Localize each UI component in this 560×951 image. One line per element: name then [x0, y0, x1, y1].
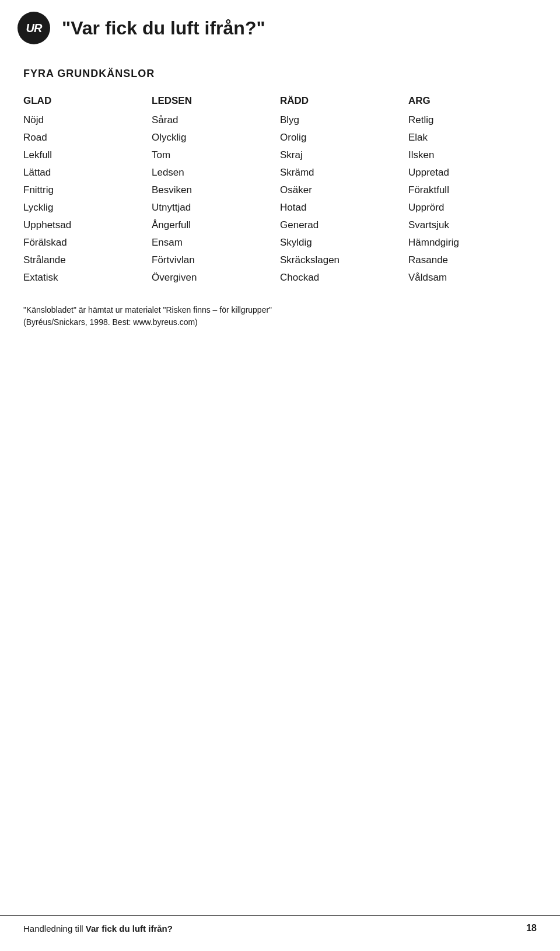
table-cell: Blyg — [280, 111, 408, 129]
page-header: UR "Var fick du luft ifrån?" — [0, 0, 560, 50]
table-cell: Föraktfull — [408, 181, 537, 199]
page-number: 18 — [526, 923, 537, 933]
table-cell: Generad — [280, 216, 408, 234]
table-cell: Osäker — [280, 181, 408, 199]
table-cell: Upprörd — [408, 199, 537, 216]
col-header-ledsen: LEDSEN — [152, 92, 280, 111]
table-cell: Skrämd — [280, 164, 408, 181]
table-cell: Olycklig — [152, 129, 280, 146]
table-row: FnittrigBesvikenOsäkerFöraktfull — [23, 181, 537, 199]
table-cell: Våldsam — [408, 269, 537, 286]
table-cell: Retlig — [408, 111, 537, 129]
table-cell: Road — [23, 129, 152, 146]
table-cell: Utnyttjad — [152, 199, 280, 216]
table-cell: Chockad — [280, 269, 408, 286]
table-cell: Fnittrig — [23, 181, 152, 199]
table-row: ExtatiskÖvergivenChockadVåldsam — [23, 269, 537, 286]
col-header-radd: RÄDD — [280, 92, 408, 111]
table-cell: Skyldig — [280, 234, 408, 251]
table-cell: Strålande — [23, 251, 152, 269]
table-cell: Skräckslagen — [280, 251, 408, 269]
table-cell: Ilsken — [408, 146, 537, 164]
table-row: StrålandeFörtvivlanSkräckslagenRasande — [23, 251, 537, 269]
table-cell: Övergiven — [152, 269, 280, 286]
table-cell: Orolig — [280, 129, 408, 146]
footer-text: Handledning till Var fick du luft ifrån? — [23, 924, 173, 933]
table-cell: Ensam — [152, 234, 280, 251]
table-cell: Uppretad — [408, 164, 537, 181]
table-header-row: GLAD LEDSEN RÄDD ARG — [23, 92, 537, 111]
col-header-arg: ARG — [408, 92, 537, 111]
table-cell: Ångerfull — [152, 216, 280, 234]
table-cell: Hämndgirig — [408, 234, 537, 251]
table-cell: Elak — [408, 129, 537, 146]
table-row: FörälskadEnsamSkyldigHämndgirig — [23, 234, 537, 251]
table-cell: Skraj — [280, 146, 408, 164]
table-row: LättadLedsenSkrämdUppretad — [23, 164, 537, 181]
table-cell: Extatisk — [23, 269, 152, 286]
table-row: LyckligUtnyttjadHotadUpprörd — [23, 199, 537, 216]
table-cell: Hotad — [280, 199, 408, 216]
table-cell: Svartsjuk — [408, 216, 537, 234]
table-cell: Förälskad — [23, 234, 152, 251]
table-row: LekfullTomSkrajIlsken — [23, 146, 537, 164]
table-cell: Lättad — [23, 164, 152, 181]
table-row: UpphetsadÅngerfullGeneradSvartsjuk — [23, 216, 537, 234]
page-footer: Handledning till Var fick du luft ifrån?… — [0, 915, 560, 933]
table-row: NöjdSåradBlygRetlig — [23, 111, 537, 129]
footer-prefix: Handledning till — [23, 924, 86, 933]
table-cell: Lekfull — [23, 146, 152, 164]
footnote-line2: (Byréus/Snickars, 1998. Best: www.byreus… — [23, 316, 537, 328]
footer-bold: Var fick du luft ifrån? — [86, 924, 173, 933]
ur-logo: UR — [18, 12, 50, 44]
table-cell: Upphetsad — [23, 216, 152, 234]
table-cell: Nöjd — [23, 111, 152, 129]
table-cell: Lycklig — [23, 199, 152, 216]
section-title: FYRA GRUNDKÄNSLOR — [23, 68, 537, 80]
main-content: FYRA GRUNDKÄNSLOR GLAD LEDSEN RÄDD ARG N… — [0, 50, 560, 340]
table-cell: Sårad — [152, 111, 280, 129]
table-cell: Tom — [152, 146, 280, 164]
table-cell: Ledsen — [152, 164, 280, 181]
footnote-line1: "Känslobladet" är hämtat ur materialet "… — [23, 304, 537, 316]
table-cell: Besviken — [152, 181, 280, 199]
header-title: "Var fick du luft ifrån?" — [62, 18, 265, 39]
col-header-glad: GLAD — [23, 92, 152, 111]
table-cell: Förtvivlan — [152, 251, 280, 269]
table-row: RoadOlyckligOroligElak — [23, 129, 537, 146]
table-cell: Rasande — [408, 251, 537, 269]
emotions-table: GLAD LEDSEN RÄDD ARG NöjdSåradBlygRetlig… — [23, 92, 537, 286]
footnote: "Känslobladet" är hämtat ur materialet "… — [23, 304, 537, 328]
